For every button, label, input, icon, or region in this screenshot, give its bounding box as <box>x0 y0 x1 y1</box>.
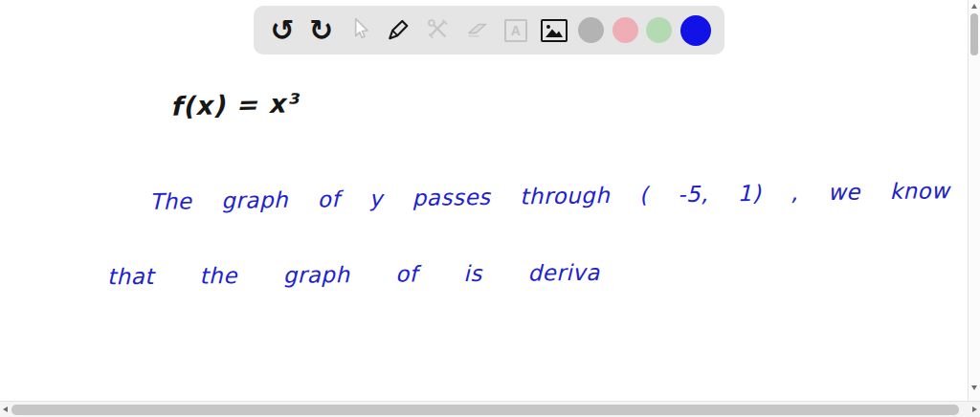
redo-icon: ↻ <box>309 16 333 45</box>
handwriting-line-2: The graph of y passes through ( -5, 1) ,… <box>149 178 950 214</box>
scroll-left-arrow-icon[interactable] <box>3 406 8 412</box>
color-swatch-green[interactable] <box>646 17 672 43</box>
scroll-right-arrow-icon[interactable] <box>972 406 977 412</box>
eraser-icon <box>464 16 490 45</box>
select-tool-button[interactable] <box>345 13 375 48</box>
color-swatch-pink[interactable] <box>612 17 638 43</box>
color-swatch-gray[interactable] <box>578 17 604 43</box>
vertical-scrollbar-thumb[interactable] <box>970 13 978 55</box>
text-tool-button[interactable]: A <box>501 13 531 48</box>
drawing-toolbar: ↺ ↻ <box>254 6 724 55</box>
scroll-up-arrow-icon[interactable] <box>971 4 977 9</box>
horizontal-scrollbar[interactable] <box>0 401 980 417</box>
crossed-tools-icon <box>425 16 451 45</box>
horizontal-scrollbar-thumb[interactable] <box>11 405 959 415</box>
whiteboard-canvas[interactable]: ↺ ↻ <box>0 0 968 401</box>
color-swatch-blue[interactable] <box>680 15 711 46</box>
pen-icon <box>386 16 412 45</box>
handwriting-line-3: that the graph of is deriva <box>107 260 600 289</box>
cursor-icon <box>347 16 372 44</box>
undo-icon: ↺ <box>270 16 294 45</box>
text-tool-icon: A <box>504 19 527 42</box>
eraser-tool-button[interactable] <box>461 13 492 48</box>
handwriting-line-equation: f(x) = x³ <box>170 88 299 121</box>
scroll-down-arrow-icon[interactable] <box>971 385 977 390</box>
tools-button[interactable] <box>423 13 454 48</box>
redo-button[interactable]: ↻ <box>306 13 337 48</box>
pen-tool-button[interactable] <box>384 13 414 48</box>
vertical-scrollbar[interactable] <box>968 0 980 401</box>
image-icon <box>541 19 568 42</box>
undo-button[interactable]: ↺ <box>267 13 298 48</box>
image-tool-button[interactable] <box>539 13 569 48</box>
